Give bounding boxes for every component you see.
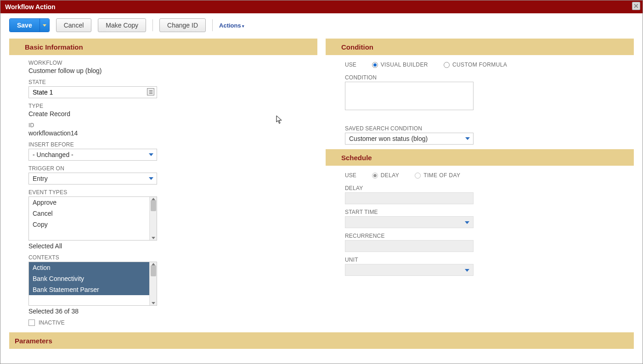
delay-field-label: DELAY xyxy=(345,185,634,191)
trigger-on-select[interactable] xyxy=(28,173,157,185)
state-label: STATE xyxy=(28,79,317,85)
recurrence-label: RECURRENCE xyxy=(345,233,634,239)
inactive-label: INACTIVE xyxy=(39,319,65,326)
unit-label: UNIT xyxy=(345,257,634,263)
list-item[interactable]: Copy xyxy=(29,219,149,230)
delay-input xyxy=(345,192,474,204)
save-button-group: Save xyxy=(9,18,50,32)
visual-builder-label: VISUAL BUILDER xyxy=(381,62,428,68)
section-schedule-header: Schedule xyxy=(326,149,634,166)
chevron-down-icon xyxy=(465,269,469,272)
list-icon[interactable]: ☰ xyxy=(147,88,154,95)
workflow-action-window: Workflow Action ✕ Save Cancel Make Copy … xyxy=(0,0,643,364)
dialog-scroll[interactable]: Save Cancel Make Copy Change ID Actions▾… xyxy=(1,15,642,363)
list-item[interactable]: Action xyxy=(29,262,149,273)
section-parameters-header: Parameters xyxy=(9,332,634,349)
cancel-button[interactable]: Cancel xyxy=(56,18,92,32)
inactive-checkbox[interactable] xyxy=(28,319,35,326)
type-label: TYPE xyxy=(28,103,317,109)
condition-textarea[interactable] xyxy=(345,82,474,110)
contexts-helper: Selected 36 of 38 xyxy=(28,308,317,315)
insert-before-label: INSERT BEFORE xyxy=(28,141,317,148)
state-input[interactable] xyxy=(28,86,157,98)
workflow-label: WORKFLOW xyxy=(28,60,317,66)
scrollbar[interactable] xyxy=(149,197,157,240)
separator xyxy=(212,19,213,31)
chevron-down-icon xyxy=(149,153,153,156)
chevron-down-icon: ▾ xyxy=(242,24,244,28)
contexts-label: CONTEXTS xyxy=(28,254,317,261)
chevron-down-icon xyxy=(43,24,46,27)
actions-label: Actions xyxy=(219,22,241,29)
chevron-down-icon xyxy=(465,221,469,224)
delay-label: DELAY xyxy=(381,172,399,179)
scroll-thumb[interactable] xyxy=(151,265,156,276)
separator xyxy=(152,19,153,31)
delay-radio xyxy=(372,173,378,179)
save-dropdown[interactable] xyxy=(40,19,49,32)
list-item[interactable]: Bank Connectivity xyxy=(29,273,149,284)
event-types-label: EVENT TYPES xyxy=(28,189,317,196)
trigger-on-label: TRIGGER ON xyxy=(28,165,317,172)
save-button[interactable]: Save xyxy=(10,19,40,32)
make-copy-button[interactable]: Make Copy xyxy=(98,18,146,32)
schedule-use-label: USE xyxy=(345,172,356,179)
workflow-value: Customer follow up (blog) xyxy=(28,67,317,74)
close-icon[interactable]: ✕ xyxy=(632,2,640,10)
scroll-thumb[interactable] xyxy=(151,200,156,211)
id-value: workflowaction14 xyxy=(28,129,317,137)
id-label: ID xyxy=(28,122,317,129)
list-item[interactable]: Approve xyxy=(29,197,149,208)
section-basic-header: Basic Information xyxy=(9,39,317,55)
event-types-listbox[interactable]: Approve Cancel Copy xyxy=(28,196,157,241)
titlebar: Workflow Action ✕ xyxy=(0,0,643,13)
window-title: Workflow Action xyxy=(5,3,56,11)
condition-use-label: USE xyxy=(345,62,356,68)
time-of-day-radio xyxy=(415,173,421,179)
start-time-label: START TIME xyxy=(345,209,634,215)
type-value: Create Record xyxy=(28,110,317,118)
list-item[interactable]: Bank Statement Parser xyxy=(29,284,149,295)
actions-menu[interactable]: Actions▾ xyxy=(219,22,244,29)
chevron-down-icon xyxy=(149,177,153,180)
toolbar: Save Cancel Make Copy Change ID Actions▾ xyxy=(9,18,634,32)
saved-search-select[interactable] xyxy=(345,133,474,145)
chevron-down-icon xyxy=(465,137,470,140)
unit-select xyxy=(345,264,474,276)
condition-label: CONDITION xyxy=(345,74,634,81)
saved-search-label: SAVED SEARCH CONDITION xyxy=(345,125,634,132)
custom-formula-label: CUSTOM FORMULA xyxy=(452,62,507,68)
time-of-day-label: TIME OF DAY xyxy=(423,172,460,179)
scroll-down-icon[interactable] xyxy=(152,237,155,239)
section-condition-header: Condition xyxy=(326,39,634,55)
visual-builder-radio[interactable] xyxy=(372,62,378,68)
scroll-down-icon[interactable] xyxy=(152,302,155,304)
list-item[interactable]: Cancel xyxy=(29,208,149,219)
scrollbar[interactable] xyxy=(149,262,157,305)
contexts-listbox[interactable]: Action Bank Connectivity Bank Statement … xyxy=(28,262,157,306)
recurrence-input xyxy=(345,240,474,252)
event-types-helper: Selected All xyxy=(28,242,317,250)
custom-formula-radio[interactable] xyxy=(444,62,450,68)
change-id-button[interactable]: Change ID xyxy=(159,18,206,32)
insert-before-select[interactable] xyxy=(28,149,157,161)
start-time-select xyxy=(345,216,474,228)
